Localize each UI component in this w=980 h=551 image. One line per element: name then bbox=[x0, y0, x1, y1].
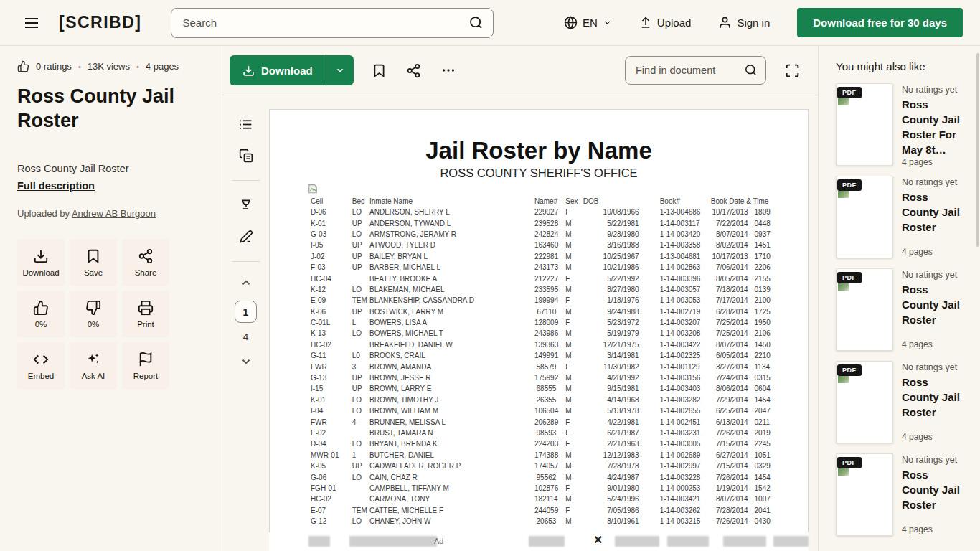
recommended-title[interactable]: Ross County Jail Roster For May 8t… bbox=[902, 97, 967, 157]
search-input[interactable] bbox=[171, 8, 494, 38]
download-options-chevron[interactable] bbox=[326, 55, 354, 85]
book-time-value: 1809 bbox=[748, 207, 771, 217]
download-free-cta-button[interactable]: Download free for 30 days bbox=[797, 8, 963, 37]
copy-pages-button[interactable] bbox=[232, 141, 260, 170]
downvote-percent-button[interactable]: 0% bbox=[70, 291, 117, 337]
previous-page-button[interactable] bbox=[235, 272, 257, 293]
book-number-value: 1-14-002451 bbox=[639, 416, 701, 427]
ask-ai-action-button[interactable]: Ask AI bbox=[70, 342, 117, 389]
embed-action-button[interactable]: Embed bbox=[17, 342, 65, 389]
download-action-button[interactable]: Download bbox=[17, 239, 65, 286]
document-thumbnail[interactable]: PDF bbox=[836, 176, 893, 258]
bed-value: UP bbox=[352, 240, 369, 250]
save-action-button[interactable]: Save bbox=[70, 239, 117, 286]
recommended-document[interactable]: PDF No ratings yet Ross County Jail Rost… bbox=[836, 361, 967, 444]
annotate-tool-button[interactable] bbox=[232, 222, 260, 251]
name-number-value: 199994 bbox=[534, 295, 561, 306]
sex-value: M bbox=[561, 395, 583, 405]
recommended-document[interactable]: PDF No ratings yet Ross County Jail Rost… bbox=[836, 453, 967, 537]
dob-value: 10/08/1966 bbox=[583, 207, 639, 217]
table-row: G-13 UP BROWN, JESSE R 175992 M 4/28/199… bbox=[311, 372, 771, 383]
recommended-pages: 4 pages bbox=[902, 247, 967, 259]
recommended-document[interactable]: PDF No ratings yet Ross County Jail Rost… bbox=[836, 176, 967, 259]
highlight-tool-button[interactable] bbox=[232, 191, 260, 220]
pdf-badge: PDF bbox=[837, 179, 862, 191]
download-split-button[interactable]: Download bbox=[230, 55, 354, 85]
action-label: Ask AI bbox=[82, 372, 105, 380]
uploaded-by-prefix: Uploaded by bbox=[17, 208, 70, 219]
sex-value: F bbox=[561, 317, 583, 328]
book-date-value: 6/13/2014 bbox=[701, 416, 748, 427]
action-label: Download bbox=[22, 268, 59, 277]
scrollbar-thumb[interactable] bbox=[976, 53, 979, 247]
dob-value: 9/28/1980 bbox=[583, 229, 639, 240]
dob-value: 5/23/1972 bbox=[583, 317, 639, 328]
document-thumbnail[interactable]: PDF bbox=[836, 361, 893, 443]
recommended-document[interactable]: PDF No ratings yet Ross County Jail Rost… bbox=[836, 268, 967, 352]
upload-button[interactable]: Upload bbox=[639, 17, 692, 29]
book-number-value: 1-14-003358 bbox=[639, 240, 701, 250]
document-scroll-area[interactable]: Jail Roster by Name ROSS COUNTY SHERIFF'… bbox=[269, 95, 818, 551]
book-number-value: 1-14-003421 bbox=[639, 494, 701, 504]
dob-value: 8/10/1961 bbox=[583, 516, 639, 527]
recommended-title[interactable]: Ross County Jail Roster bbox=[902, 375, 967, 420]
document-thumbnail[interactable]: PDF bbox=[836, 83, 893, 166]
inmate-name-value: CAMPBELL, TIFFANY M bbox=[369, 483, 534, 494]
recommended-ratings: No ratings yet bbox=[902, 362, 967, 372]
next-page-button[interactable] bbox=[235, 351, 257, 372]
table-of-contents-button[interactable] bbox=[232, 110, 260, 138]
current-page-input[interactable] bbox=[235, 301, 257, 323]
document-thumbnail[interactable]: PDF bbox=[836, 453, 893, 536]
more-options-button[interactable] bbox=[433, 55, 464, 86]
sex-value: M bbox=[561, 471, 583, 482]
share-action-button[interactable]: Share bbox=[122, 239, 169, 286]
inmate-name-value: ATWOOD, TYLER D bbox=[369, 240, 534, 250]
full-description-link[interactable]: Full description bbox=[17, 180, 95, 192]
recommended-title[interactable]: Ross County Jail Roster bbox=[902, 282, 967, 327]
sex-value: M bbox=[561, 494, 583, 504]
action-label: 0% bbox=[35, 320, 47, 329]
dob-value: 12/12/1983 bbox=[583, 450, 639, 461]
cell-value: G-03 bbox=[311, 229, 352, 240]
document-subheading: ROSS COUNTY SHERIFF'S OFFICE bbox=[270, 166, 808, 180]
sex-value: M bbox=[561, 240, 583, 250]
book-date-value: 8/07/2014 bbox=[701, 229, 748, 240]
sex-value: F bbox=[561, 428, 583, 438]
inmate-name-value: BLANKENSHIP, CASSANDRA D bbox=[369, 295, 534, 306]
dob-value: 9/01/1980 bbox=[583, 483, 639, 494]
uploader-link[interactable]: Andrew AB Burgoon bbox=[72, 208, 156, 219]
bed-value bbox=[352, 273, 369, 283]
table-row: E-07 TEM CATTEE, MICHELLE F 244059 F 7/0… bbox=[311, 505, 771, 516]
recommended-document[interactable]: PDF No ratings yet Ross County Jail Rost… bbox=[836, 83, 967, 166]
pdf-badge: PDF bbox=[837, 87, 862, 98]
upvote-percent-button[interactable]: 0% bbox=[17, 291, 65, 337]
report-action-button[interactable]: Report bbox=[122, 342, 169, 389]
table-row: K-05 UP CADWALLADER, ROGER P 174057 M 7/… bbox=[311, 461, 771, 471]
language-selector[interactable]: EN bbox=[564, 16, 612, 29]
recommended-title[interactable]: Ross County Jail Roster bbox=[902, 467, 967, 512]
name-number-value: 68555 bbox=[534, 383, 561, 394]
book-time-value: 1454 bbox=[748, 471, 771, 482]
book-date-value: 1/19/2014 bbox=[701, 483, 748, 494]
document-thumbnail[interactable]: PDF bbox=[836, 268, 893, 351]
fullscreen-button[interactable] bbox=[776, 55, 808, 86]
save-bookmark-button[interactable] bbox=[364, 55, 395, 86]
dob-value: 4/14/1968 bbox=[583, 395, 639, 405]
separator-dot: • bbox=[78, 62, 81, 71]
name-number-value: 175992 bbox=[534, 372, 561, 383]
hamburger-menu-icon[interactable] bbox=[23, 14, 40, 32]
broken-image-icon bbox=[308, 184, 318, 194]
upload-icon bbox=[639, 17, 652, 29]
pdf-badge: PDF bbox=[837, 272, 862, 283]
print-action-button[interactable]: Print bbox=[122, 291, 169, 337]
search-icon[interactable] bbox=[468, 15, 484, 30]
dob-value: 3/16/1988 bbox=[583, 240, 639, 250]
recommended-pages: 4 pages bbox=[902, 339, 967, 352]
sex-value: M bbox=[561, 350, 583, 361]
ad-close-button[interactable]: ✕ bbox=[593, 533, 603, 547]
scribd-logo[interactable]: [SCRIBD] bbox=[59, 13, 142, 32]
recommended-title[interactable]: Ross County Jail Roster bbox=[902, 189, 967, 235]
search-icon[interactable] bbox=[744, 63, 758, 77]
signin-button[interactable]: Sign in bbox=[718, 16, 770, 29]
share-button[interactable] bbox=[398, 55, 430, 86]
